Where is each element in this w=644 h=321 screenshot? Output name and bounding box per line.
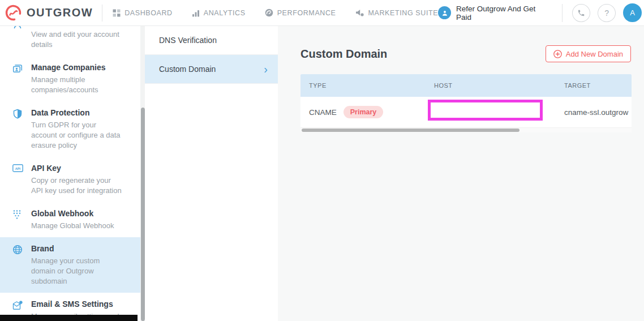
outgrow-logo[interactable]: OUTGROW <box>5 4 93 22</box>
sidebar-item-title: Data Protection <box>31 108 123 118</box>
sidebar-item-data-protection[interactable]: Data Protection Turn GDPR for your accou… <box>0 101 140 157</box>
page-title: Custom Domain <box>300 48 387 61</box>
sidebar-item-desc: Copy or regenerate your API key used for… <box>31 176 123 196</box>
column-header-host: HOST <box>434 82 564 89</box>
refer-label: Refer Outgrow And Get Paid <box>456 5 552 22</box>
nav-item-dashboard[interactable]: DASHBOARD <box>113 9 173 17</box>
megaphone-gear-icon <box>355 8 364 17</box>
avatar-initial: A <box>630 8 635 17</box>
sidebar-scrollbar-track[interactable] <box>140 26 145 321</box>
table-header-row: TYPE HOST TARGET <box>300 74 632 97</box>
main-header: Custom Domain Add New Domain <box>300 45 631 62</box>
api-icon-label: API <box>15 167 21 170</box>
table-scrollbar-thumb[interactable] <box>302 129 520 132</box>
record-type: CNAME <box>309 108 337 117</box>
settings-sidebar: View and edit your account details Manag… <box>0 26 140 321</box>
nav-item-label: MARKETING SUITE <box>368 9 439 17</box>
nav-item-label: ANALYTICS <box>204 9 246 17</box>
type-cell: CNAME Primary <box>300 106 434 118</box>
email-settings-icon <box>12 300 23 310</box>
add-new-domain-label: Add New Domain <box>566 50 623 58</box>
refer-link[interactable]: Refer Outgrow And Get Paid <box>438 5 552 22</box>
phone-icon <box>577 9 585 17</box>
target-value: cname-ssl.outgrow <box>564 108 628 117</box>
question-icon: ? <box>604 8 609 18</box>
host-redaction-box <box>428 100 543 121</box>
add-new-domain-button[interactable]: Add New Domain <box>546 45 631 62</box>
column-header-type: TYPE <box>300 82 434 89</box>
globe-icon <box>12 245 23 255</box>
sidebar-item-desc: Turn GDPR for your account or configure … <box>31 120 123 151</box>
sidebar-item-title: API Key <box>31 163 123 173</box>
nav-item-performance[interactable]: PERFORMANCE <box>265 8 336 17</box>
nav-item-marketing-suite[interactable]: MARKETING SUITE <box>355 8 439 17</box>
analytics-bars-icon <box>192 9 200 17</box>
subnav-item-custom-domain[interactable]: Custom Domain › <box>145 55 278 84</box>
performance-gauge-icon <box>265 8 273 17</box>
avatar[interactable]: A <box>623 3 642 22</box>
webhook-dots-icon <box>12 209 22 220</box>
chevron-right-icon: › <box>264 63 268 75</box>
brand-wordmark: OUTGROW <box>27 6 93 19</box>
primary-badge: Primary <box>344 106 384 118</box>
sidebar-item-brand[interactable]: Brand Manage your custom domain or Outgr… <box>0 237 140 293</box>
domains-table: TYPE HOST TARGET CNAME Primary cname-ssl… <box>300 74 632 132</box>
companies-icon <box>12 63 23 74</box>
primary-nav: DASHBOARD ANALYTICS PERFORMANCE <box>113 8 438 17</box>
subnav-item-label: Custom Domain <box>159 65 216 74</box>
sidebar-item-title: Brand <box>31 243 123 254</box>
dashboard-grid-icon <box>113 9 121 17</box>
navbar-divider <box>562 4 563 22</box>
help-button[interactable]: ? <box>598 4 616 22</box>
app-body: View and edit your account details Manag… <box>0 26 644 321</box>
sidebar-scrollbar-thumb[interactable] <box>141 108 145 321</box>
main-content: Custom Domain Add New Domain TYPE HOST T… <box>278 26 644 321</box>
link-preview-bar <box>0 315 138 321</box>
plus-circle-icon <box>553 50 562 58</box>
table-scrollbar-track[interactable] <box>300 128 632 132</box>
brand-subnav: DNS Verification Custom Domain › <box>145 26 278 321</box>
sidebar-item-api-key[interactable]: API API Key Copy or regenerate your API … <box>0 157 140 202</box>
app-window: OUTGROW DASHBOARD ANALYTICS <box>0 0 644 321</box>
nav-item-analytics[interactable]: ANALYTICS <box>192 9 246 17</box>
sidebar-item-desc: Manage your custom domain or Outgrow sub… <box>31 256 123 286</box>
subnav-item-label: DNS Verification <box>159 36 217 45</box>
nav-item-label: DASHBOARD <box>124 9 173 17</box>
sidebar-item-title: Manage Companies <box>31 62 123 72</box>
sidebar-item-desc: Manage Global Webhook <box>31 221 123 231</box>
sidebar-item-manage-companies[interactable]: Manage Companies Manage multiple compani… <box>0 56 140 101</box>
column-header-target: TARGET <box>564 82 632 89</box>
top-navbar: OUTGROW DASHBOARD ANALYTICS <box>0 0 644 26</box>
sidebar-item-account[interactable]: View and edit your account details <box>0 26 140 56</box>
sidebar-item-title: Email & SMS Settings <box>31 299 123 309</box>
api-icon: API <box>12 164 23 172</box>
subnav-item-dns-verification[interactable]: DNS Verification <box>145 26 278 55</box>
user-icon <box>12 26 23 29</box>
sidebar-item-global-webhook[interactable]: Global Webhook Manage Global Webhook <box>0 202 140 237</box>
navbar-divider <box>102 5 102 22</box>
shield-icon <box>12 109 23 119</box>
sidebar-item-desc: View and edit your account details <box>31 29 123 50</box>
sidebar-item-title: Global Webhook <box>31 208 123 219</box>
refer-person-icon <box>438 6 451 19</box>
nav-item-label: PERFORMANCE <box>277 9 336 17</box>
outgrow-logo-icon <box>5 4 22 22</box>
phone-button[interactable] <box>572 4 590 22</box>
navbar-right: Refer Outgrow And Get Paid ? A <box>438 3 642 22</box>
sidebar-item-desc: Manage multiple companies/accounts <box>31 75 123 95</box>
target-cell: cname-ssl.outgrow <box>564 107 632 117</box>
